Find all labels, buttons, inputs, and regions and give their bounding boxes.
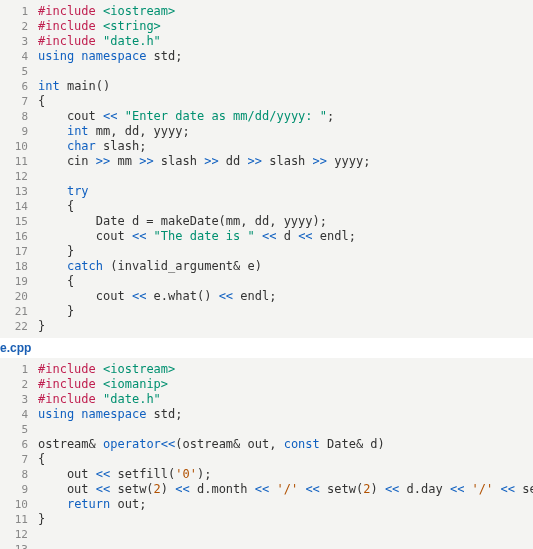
code-line: 12 [0, 169, 533, 184]
filename-label: e.cpp [0, 338, 533, 358]
code-line: 7{ [0, 94, 533, 109]
line-number: 16 [0, 229, 38, 244]
code-line: 6ostream& operator<<(ostream& out, const… [0, 437, 533, 452]
line-number: 21 [0, 304, 38, 319]
code-line: 15 Date d = makeDate(mm, dd, yyyy); [0, 214, 533, 229]
line-code: { [38, 94, 533, 109]
line-code: cout << e.what() << endl; [38, 289, 533, 304]
line-number: 2 [0, 19, 38, 34]
line-number: 12 [0, 527, 38, 542]
line-code: #include <iomanip> [38, 377, 533, 392]
line-number: 9 [0, 482, 38, 497]
code-line: 12 [0, 527, 533, 542]
line-number: 3 [0, 34, 38, 49]
line-code: return out; [38, 497, 533, 512]
code-line: 2#include <string> [0, 19, 533, 34]
line-number: 4 [0, 49, 38, 64]
line-code: } [38, 304, 533, 319]
line-number: 8 [0, 467, 38, 482]
line-number: 9 [0, 124, 38, 139]
line-code: cin >> mm >> slash >> dd >> slash >> yyy… [38, 154, 533, 169]
code-line: 10 char slash; [0, 139, 533, 154]
line-number: 11 [0, 154, 38, 169]
line-number: 4 [0, 407, 38, 422]
line-code: using namespace std; [38, 49, 533, 64]
code-line: 3#include "date.h" [0, 392, 533, 407]
line-number: 18 [0, 259, 38, 274]
line-number: 22 [0, 319, 38, 334]
code-block-2: 1#include <iostream>2#include <iomanip>3… [0, 358, 533, 549]
code-line: 5 [0, 64, 533, 79]
line-code: cout << "Enter date as mm/dd/yyyy: "; [38, 109, 533, 124]
code-line: 14 { [0, 199, 533, 214]
code-line: 6int main() [0, 79, 533, 94]
code-line: 8 cout << "Enter date as mm/dd/yyyy: "; [0, 109, 533, 124]
line-number: 1 [0, 362, 38, 377]
line-code: int main() [38, 79, 533, 94]
line-number: 3 [0, 392, 38, 407]
code-line: 3#include "date.h" [0, 34, 533, 49]
line-code: int mm, dd, yyyy; [38, 124, 533, 139]
code-line: 13 try [0, 184, 533, 199]
code-line: 10 return out; [0, 497, 533, 512]
code-line: 21 } [0, 304, 533, 319]
code-line: 4using namespace std; [0, 407, 533, 422]
line-number: 20 [0, 289, 38, 304]
line-code: #include <string> [38, 19, 533, 34]
code-line: 19 { [0, 274, 533, 289]
line-code: ostream& operator<<(ostream& out, const … [38, 437, 533, 452]
code-line: 4using namespace std; [0, 49, 533, 64]
line-number: 6 [0, 79, 38, 94]
line-number: 1 [0, 4, 38, 19]
line-number: 12 [0, 169, 38, 184]
line-code: #include <iostream> [38, 4, 533, 19]
line-number: 13 [0, 542, 38, 549]
line-code: } [38, 244, 533, 259]
line-code: #include "date.h" [38, 392, 533, 407]
line-number: 2 [0, 377, 38, 392]
code-line: 1#include <iostream> [0, 362, 533, 377]
line-number: 5 [0, 64, 38, 79]
code-line: 17 } [0, 244, 533, 259]
line-code: } [38, 512, 533, 527]
line-number: 15 [0, 214, 38, 229]
line-code: try [38, 184, 533, 199]
code-line: 13 [0, 542, 533, 549]
line-code: out << setw(2) << d.month << '/' << setw… [38, 482, 533, 497]
line-number: 11 [0, 512, 38, 527]
code-line: 9 out << setw(2) << d.month << '/' << se… [0, 482, 533, 497]
code-line: 22} [0, 319, 533, 334]
code-line: 20 cout << e.what() << endl; [0, 289, 533, 304]
line-code: catch (invalid_argument& e) [38, 259, 533, 274]
line-code: char slash; [38, 139, 533, 154]
line-number: 8 [0, 109, 38, 124]
code-line: 7{ [0, 452, 533, 467]
line-code: { [38, 274, 533, 289]
line-number: 14 [0, 199, 38, 214]
code-line: 2#include <iomanip> [0, 377, 533, 392]
line-number: 13 [0, 184, 38, 199]
line-number: 7 [0, 452, 38, 467]
code-line: 9 int mm, dd, yyyy; [0, 124, 533, 139]
line-code: { [38, 199, 533, 214]
line-number: 6 [0, 437, 38, 452]
line-code: using namespace std; [38, 407, 533, 422]
code-line: 1#include <iostream> [0, 4, 533, 19]
code-line: 8 out << setfill('0'); [0, 467, 533, 482]
code-block-1: 1#include <iostream>2#include <string>3#… [0, 0, 533, 338]
line-code: cout << "The date is " << d << endl; [38, 229, 533, 244]
code-line: 16 cout << "The date is " << d << endl; [0, 229, 533, 244]
line-code: Date d = makeDate(mm, dd, yyyy); [38, 214, 533, 229]
line-number: 10 [0, 497, 38, 512]
line-number: 5 [0, 422, 38, 437]
line-code: #include <iostream> [38, 362, 533, 377]
code-line: 11} [0, 512, 533, 527]
line-code: #include "date.h" [38, 34, 533, 49]
line-code: out << setfill('0'); [38, 467, 533, 482]
line-code: } [38, 319, 533, 334]
code-line: 18 catch (invalid_argument& e) [0, 259, 533, 274]
line-number: 7 [0, 94, 38, 109]
code-line: 11 cin >> mm >> slash >> dd >> slash >> … [0, 154, 533, 169]
line-number: 10 [0, 139, 38, 154]
line-code: { [38, 452, 533, 467]
